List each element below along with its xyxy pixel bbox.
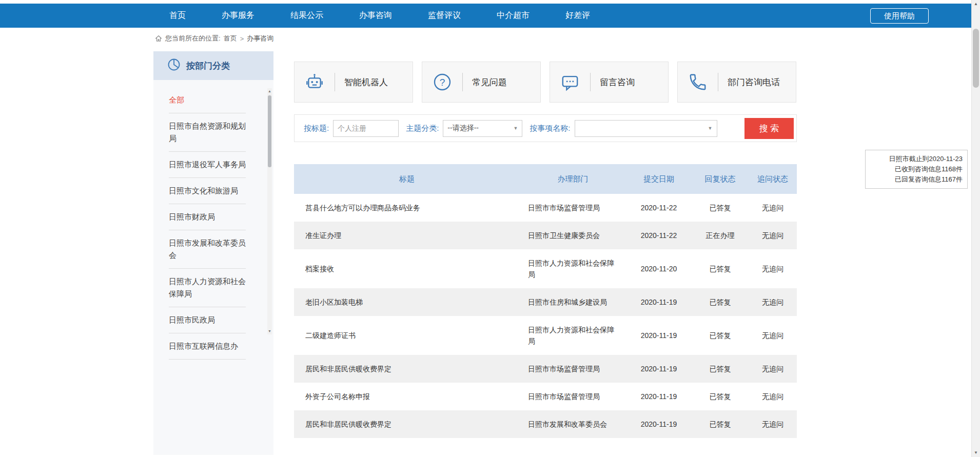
message-icon <box>550 72 590 92</box>
sidebar-scroll-up-icon[interactable]: ▲ <box>267 88 272 94</box>
sidebar-list: 全部 日照市自然资源和规划局 日照市退役军人事务局 日照市文化和旅游局 日照市财… <box>153 87 273 360</box>
sidebar-scroll-down-icon[interactable]: ▼ <box>267 328 272 334</box>
cell-follow-status: 无追问 <box>749 316 797 355</box>
nav-item-consult[interactable]: 办事咨询 <box>359 10 392 21</box>
sidebar-item-culture-tourism[interactable]: 日照市文化和旅游局 <box>169 178 246 204</box>
cell-title[interactable]: 二级建造师证书 <box>294 316 520 355</box>
breadcrumb-home-link[interactable]: 首页 <box>224 34 237 43</box>
cell-follow-status: 无追问 <box>749 194 797 222</box>
header-department: 办理部门 <box>520 164 626 194</box>
sidebar-item-civil-affairs[interactable]: 日照市民政局 <box>169 307 246 333</box>
sidebar-item-human-resources[interactable]: 日照市人力资源和社会保障局 <box>169 269 246 307</box>
nav-item-results[interactable]: 结果公示 <box>290 10 323 21</box>
header-title: 标题 <box>294 164 520 194</box>
header-follow-status: 追问状态 <box>749 164 797 194</box>
header-submit-date: 提交日期 <box>626 164 692 194</box>
cell-reply-status: 已答复 <box>692 288 749 316</box>
table-row: 档案接收 日照市人力资源和社会保障局 2020-11-20 已答复 无追问 <box>294 249 797 288</box>
table-header-row: 标题 办理部门 提交日期 回复状态 追问状态 <box>294 164 797 194</box>
cell-follow-status: 无追问 <box>749 410 797 438</box>
stats-line-2: 已收到咨询信息1168件 <box>870 164 963 174</box>
cell-reply-status: 已答复 <box>692 410 749 438</box>
sidebar-item-veterans[interactable]: 日照市退役军人事务局 <box>169 152 246 178</box>
stats-notice: 日照市截止到2020-11-23 已收到咨询信息1168件 已回复咨询信息116… <box>865 150 968 189</box>
svg-text:?: ? <box>440 77 445 88</box>
cell-reply-status: 正在办理 <box>692 222 749 249</box>
cell-follow-status: 无追问 <box>749 355 797 383</box>
cell-department: 日照市人力资源和社会保障局 <box>520 249 626 288</box>
title-search-label: 按标题: <box>304 124 329 133</box>
faq-card[interactable]: ? 常见问题 <box>422 62 541 103</box>
help-button[interactable]: 使用帮助 <box>870 8 929 24</box>
message-consult-label: 留言咨询 <box>591 76 635 88</box>
cell-department: 日照市卫生健康委员会 <box>520 222 626 249</box>
smart-robot-card[interactable]: 智能机器人 <box>294 62 413 103</box>
nav-item-agency[interactable]: 中介超市 <box>497 10 530 21</box>
search-bar: 按标题: 主题分类: --请选择-- ▼ 按事项名称: ▼ 搜 索 <box>294 114 797 142</box>
cell-follow-status: 无追问 <box>749 222 797 249</box>
cell-submit-date: 2020-11-19 <box>626 383 692 410</box>
sidebar-item-finance[interactable]: 日照市财政局 <box>169 204 246 230</box>
nav-item-services[interactable]: 办事服务 <box>222 10 254 21</box>
table-row: 莒县什么地方可以办理商品条码业务 日照市市场监督管理局 2020-11-22 已… <box>294 194 797 222</box>
table-row: 二级建造师证书 日照市人力资源和社会保障局 2020-11-19 已答复 无追问 <box>294 316 797 355</box>
cell-reply-status: 已答复 <box>692 194 749 222</box>
cell-title[interactable]: 外资子公司名称申报 <box>294 383 520 410</box>
nav-item-rating[interactable]: 好差评 <box>565 10 590 21</box>
item-name-select[interactable]: ▼ <box>575 120 717 137</box>
nav-item-supervision[interactable]: 监督评议 <box>428 10 461 21</box>
sidebar-header: 按部门分类 <box>153 51 273 80</box>
page-scrollbar[interactable]: ▲ ▼ <box>971 0 980 457</box>
breadcrumb-prefix: 您当前所在的位置: <box>165 34 221 43</box>
cell-department: 日照市市场监督管理局 <box>520 194 626 222</box>
search-button[interactable]: 搜 索 <box>744 118 794 139</box>
sidebar-title: 按部门分类 <box>186 60 230 72</box>
sidebar-item-natural-resources[interactable]: 日照市自然资源和规划局 <box>169 113 246 152</box>
cell-reply-status: 已答复 <box>692 316 749 355</box>
sidebar-item-all[interactable]: 全部 <box>169 87 246 113</box>
table-row: 居民和非居民供暖收费界定 日照市发展和改革委员会 2020-11-19 已答复 … <box>294 410 797 438</box>
sidebar-item-development-reform[interactable]: 日照市发展和改革委员会 <box>169 230 246 269</box>
breadcrumb-separator: > <box>240 35 244 43</box>
cell-title[interactable]: 老旧小区加装电梯 <box>294 288 520 316</box>
quick-links: 智能机器人 ? 常见问题 留言咨询 <box>294 62 797 103</box>
title-search-input[interactable] <box>333 120 399 137</box>
scroll-up-icon[interactable]: ▲ <box>972 0 980 8</box>
main-layout: 按部门分类 全部 日照市自然资源和规划局 日照市退役军人事务局 日照市文化和旅游… <box>153 51 797 455</box>
question-icon: ? <box>422 72 462 92</box>
sidebar-scrollbar[interactable]: ▲ ▼ <box>267 88 272 334</box>
breadcrumb: 您当前所在的位置: 首页 > 办事咨询 <box>155 34 273 43</box>
cell-submit-date: 2020-11-20 <box>626 249 692 288</box>
scroll-down-icon[interactable]: ▼ <box>972 449 980 457</box>
consultation-table: 标题 办理部门 提交日期 回复状态 追问状态 莒县什么地方可以办理商品条码业务 … <box>294 164 797 438</box>
cell-reply-status: 已答复 <box>692 355 749 383</box>
cell-follow-status: 无追问 <box>749 288 797 316</box>
cell-title[interactable]: 档案接收 <box>294 249 520 288</box>
home-icon <box>155 35 162 42</box>
phone-consult-card[interactable]: 部门咨询电话 <box>677 62 796 103</box>
nav-items: 首页 办事服务 结果公示 办事咨询 监督评议 中介超市 好差评 <box>0 10 590 21</box>
sidebar-scrollbar-thumb[interactable] <box>268 95 271 167</box>
cell-follow-status: 无追问 <box>749 383 797 410</box>
table-row: 准生证办理 日照市卫生健康委员会 2020-11-22 正在办理 无追问 <box>294 222 797 249</box>
cell-submit-date: 2020-11-19 <box>626 316 692 355</box>
topic-category-value: --请选择-- <box>447 124 479 133</box>
cell-department: 日照市人力资源和社会保障局 <box>520 316 626 355</box>
cell-submit-date: 2020-11-19 <box>626 355 692 383</box>
cell-title[interactable]: 居民和非居民供暖收费界定 <box>294 355 520 383</box>
table-row: 居民和非居民供暖收费界定 日照市市场监督管理局 2020-11-19 已答复 无… <box>294 355 797 383</box>
page-scrollbar-thumb[interactable] <box>973 29 979 88</box>
cell-title[interactable]: 准生证办理 <box>294 222 520 249</box>
message-consult-card[interactable]: 留言咨询 <box>550 62 669 103</box>
nav-item-home[interactable]: 首页 <box>169 10 186 21</box>
cell-department: 日照市市场监督管理局 <box>520 355 626 383</box>
topic-category-select[interactable]: --请选择-- ▼ <box>443 120 522 137</box>
cell-title[interactable]: 莒县什么地方可以办理商品条码业务 <box>294 194 520 222</box>
chevron-down-icon: ▼ <box>513 126 518 131</box>
cell-department: 日照市发展和改革委员会 <box>520 410 626 438</box>
sidebar-item-internet-info[interactable]: 日照市互联网信息办 <box>169 333 246 360</box>
category-pie-icon <box>167 57 181 74</box>
cell-title[interactable]: 居民和非居民供暖收费界定 <box>294 410 520 438</box>
stats-line-1: 日照市截止到2020-11-23 <box>870 154 963 164</box>
chevron-down-icon: ▼ <box>708 126 713 131</box>
